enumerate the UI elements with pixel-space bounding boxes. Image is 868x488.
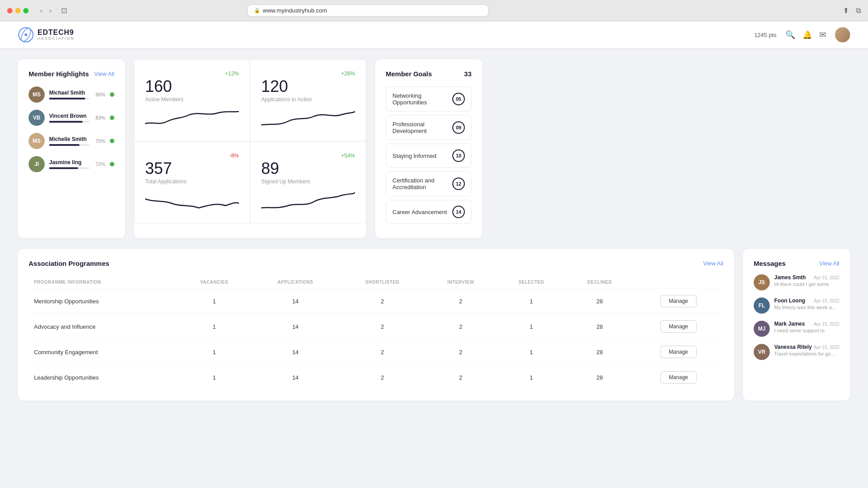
share-button[interactable]: ⬆ [843, 6, 849, 15]
manage-button[interactable]: Manage [660, 320, 697, 333]
col-selected: SELECTED [497, 276, 566, 289]
url-bar[interactable]: 🔒 www.myindustryhub.com [247, 4, 488, 17]
member-highlights-view-all[interactable]: View All [94, 70, 114, 77]
message-item[interactable]: FL Foon Loong Apr 15, 2022 My theory was… [754, 298, 839, 314]
message-preview: Hi there could I get some [774, 281, 837, 287]
stat-change: +12% [145, 70, 239, 77]
member-status-dot [110, 116, 114, 120]
manage-button[interactable]: Manage [660, 371, 697, 384]
member-info: Jasmine Iing [49, 159, 89, 169]
lock-icon: 🔒 [254, 8, 260, 13]
member-goals-title: Member Goals [386, 70, 432, 78]
svg-point-2 [25, 33, 27, 36]
message-header-row: James Smth Apr 15, 2022 [774, 274, 839, 281]
programme-name: Mentorship Opportunities [29, 289, 177, 314]
programme-action[interactable]: Manage [634, 314, 723, 339]
tabs-button[interactable]: ⧉ [856, 6, 861, 15]
member-initials: JI [29, 156, 45, 172]
traffic-lights [7, 8, 29, 13]
message-header-row: Vanessa Ritely Apr 15, 2022 [774, 344, 839, 350]
browser-actions: ⬆ ⧉ [843, 6, 861, 15]
message-item[interactable]: MJ Mark James Apr 15, 2022 I need some s… [754, 321, 839, 337]
programmes-card: Association Programmes View All PROGRAMM… [18, 249, 734, 401]
minimize-button[interactable] [15, 8, 21, 13]
programme-action[interactable]: Manage [634, 289, 723, 314]
stat-change: +54% [261, 153, 355, 159]
member-info: Michael Smith [49, 90, 89, 99]
stat-label: Applications to Action [261, 96, 355, 103]
sparkline [261, 108, 355, 130]
message-item[interactable]: VR Vanessa Ritely Apr 15, 2022 Travel ex… [754, 344, 839, 360]
sidebar-toggle[interactable]: ⊡ [61, 6, 67, 15]
programmes-tbody: Mentorship Opportunities 1 14 2 2 1 28 M… [29, 289, 723, 390]
messages-list: JS James Smth Apr 15, 2022 Hi there coul… [754, 274, 839, 360]
programme-selected: 1 [497, 289, 566, 314]
messages-title: Messages [754, 260, 786, 267]
member-bar-container [49, 121, 89, 123]
programme-name: Advocacy and Influence [29, 314, 177, 339]
stat-number: 160 [145, 79, 239, 95]
goals-count: 33 [464, 70, 472, 78]
programme-vacancies: 1 [177, 314, 251, 339]
sparkline [261, 190, 355, 212]
notifications-icon[interactable]: 🔔 [802, 30, 812, 40]
programme-name: Leadership Opportunities [29, 365, 177, 390]
goal-item: Professional Development 09 [386, 115, 472, 140]
programme-shortlisted: 2 [340, 314, 425, 339]
mail-icon[interactable]: ✉ [819, 30, 826, 40]
manage-button[interactable]: Manage [660, 295, 697, 307]
member-bar-bg [49, 121, 89, 123]
message-date: Apr 15, 2022 [814, 298, 839, 303]
goal-badge: 10 [452, 149, 465, 162]
message-name: Foon Loong [774, 298, 805, 304]
nav-arrows: ‹ › [38, 6, 54, 15]
logo-text: EDTECH9 ASSOCIATION [38, 29, 75, 41]
member-status-dot [110, 139, 114, 143]
stat-number: 120 [261, 79, 355, 95]
search-icon[interactable]: 🔍 [785, 30, 795, 40]
message-avatar: VR [754, 344, 770, 360]
programmes-view-all[interactable]: View All [703, 260, 723, 267]
message-info: Vanessa Ritely Apr 15, 2022 Travel expec… [774, 344, 839, 356]
sparkline [145, 190, 239, 212]
maximize-button[interactable] [23, 8, 29, 13]
back-button[interactable]: ‹ [38, 6, 45, 15]
manage-button[interactable]: Manage [660, 346, 697, 358]
col-vacancies: VACANCIES [177, 276, 251, 289]
member-item: JI Jasmine Iing 72% [29, 156, 114, 172]
programme-action[interactable]: Manage [634, 365, 723, 390]
col-declined: DECLINED [566, 276, 633, 289]
member-info: Michelle Smith [49, 136, 89, 146]
message-date: Apr 15, 2022 [814, 322, 839, 327]
programme-applications: 14 [251, 314, 340, 339]
member-bar-fill [49, 121, 83, 123]
programme-applications: 14 [251, 339, 340, 365]
member-pct: 90% [94, 92, 105, 97]
messages-view-all[interactable]: View All [819, 260, 839, 267]
member-bar-bg [49, 167, 89, 169]
forward-button[interactable]: › [47, 6, 54, 15]
member-bar-container [49, 98, 89, 99]
programme-declined: 28 [566, 365, 633, 390]
message-date: Apr 15, 2022 [814, 345, 839, 350]
goal-badge: 09 [452, 121, 465, 134]
message-item[interactable]: JS James Smth Apr 15, 2022 Hi there coul… [754, 274, 839, 290]
member-pct: 72% [94, 161, 105, 167]
message-preview: I need some support to [774, 328, 837, 333]
programme-action[interactable]: Manage [634, 339, 723, 365]
member-name: Vincent Brown [49, 113, 89, 119]
member-list: MS Michael Smith 90% VB Vincent Brown 83… [29, 87, 114, 172]
close-button[interactable] [7, 8, 13, 13]
message-avatar-initials: JS [754, 274, 770, 290]
message-avatar: MJ [754, 321, 770, 337]
member-highlights-title: Member Highlights [29, 70, 89, 78]
message-avatar: JS [754, 274, 770, 290]
member-bar-bg [49, 98, 89, 99]
member-bar-fill [49, 144, 79, 146]
programmes-title: Association Programmes [29, 260, 109, 267]
stat-number: 89 [261, 161, 355, 177]
member-avatar: MS [29, 133, 45, 149]
member-info: Vincent Brown [49, 113, 89, 123]
stat-label: Total Applications [145, 178, 239, 185]
avatar[interactable] [835, 27, 850, 42]
